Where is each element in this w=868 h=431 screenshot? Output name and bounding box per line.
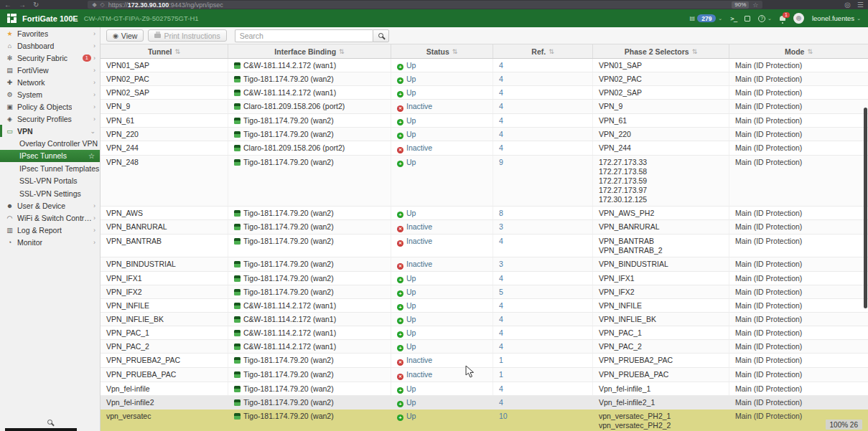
ref-count-link[interactable]: 5: [499, 288, 503, 296]
table-row[interactable]: VPN_BINDUSTRIALTigo-181.174.79.20 (wan2)…: [101, 257, 868, 272]
sidebar-item-monitor[interactable]: ◔Monitor›: [0, 237, 100, 249]
ref-count-link[interactable]: 4: [499, 274, 503, 283]
table-row[interactable]: VPN_INFILEC&W-181.114.2.172 (wan1)+Up4VP…: [101, 299, 868, 313]
sort-icon[interactable]: ⇅: [807, 48, 813, 55]
browser-url-bar[interactable]: ◆ ◇ https://172.30.90.100:9443/ng/vpn/ip…: [88, 1, 762, 9]
column-header-mode[interactable]: Mode⇅: [729, 44, 868, 58]
table-row[interactable]: VPN_IFX1Tigo-181.174.79.20 (wan2)+Up4VPN…: [101, 272, 868, 285]
table-row[interactable]: VPN_248Tigo-181.174.79.20 (wan2)+Up9172.…: [101, 156, 868, 207]
search-input[interactable]: [235, 29, 373, 42]
table-row[interactable]: VPN_PRUEBA2_PACTigo-181.174.79.20 (wan2)…: [101, 354, 868, 368]
sidebar-item-network[interactable]: ✚Network›: [0, 76, 100, 88]
table-row[interactable]: vpn_versatecTigo-181.174.79.20 (wan2)+Up…: [101, 409, 868, 431]
ref-count-link[interactable]: 4: [499, 102, 503, 110]
ref-count-link[interactable]: 1: [499, 356, 503, 364]
browser-reload-icon[interactable]: ↻: [33, 0, 39, 9]
table-row[interactable]: VPN_BANRURALTigo-181.174.79.20 (wan2)✕In…: [101, 220, 868, 235]
column-header-status[interactable]: Status⇅: [391, 44, 493, 58]
sidebar-item-ipsec-tunnels[interactable]: IPsec Tunnels☆: [0, 150, 100, 163]
sidebar-item-wifi-switch-controller[interactable]: ◠WiFi & Switch Controller›: [0, 212, 100, 224]
browser-back-icon[interactable]: ←: [4, 0, 11, 9]
sidebar-item-ipsec-tunnel-templates[interactable]: IPsec Tunnel Templates: [0, 162, 100, 175]
print-instructions-button[interactable]: Print Instructions: [148, 29, 226, 42]
table-row[interactable]: Vpn_fel-infile2Tigo-181.174.79.20 (wan2)…: [101, 396, 868, 409]
ref-count-link[interactable]: 4: [499, 398, 503, 407]
bookmark-star-icon[interactable]: ☆: [752, 1, 758, 9]
ref-count-link[interactable]: 4: [499, 75, 503, 83]
table-row[interactable]: VPN_9Claro-181.209.158.206 (port2)✕Inact…: [101, 100, 868, 114]
sort-icon[interactable]: ⇅: [549, 48, 554, 55]
column-header-ref-[interactable]: Ref.⇅: [493, 44, 593, 58]
sort-icon[interactable]: ⇅: [175, 48, 181, 55]
browser-account-icon[interactable]: ◎: [844, 1, 851, 9]
browser-forward-icon[interactable]: →: [19, 0, 26, 9]
table-row[interactable]: Vpn_fel-infileTigo-181.174.79.20 (wan2)+…: [101, 382, 868, 396]
ref-count-link[interactable]: 4: [499, 116, 503, 125]
column-header-interface-binding[interactable]: Interface Binding⇅: [228, 44, 391, 58]
ref-count-link[interactable]: 9: [499, 158, 503, 166]
table-row[interactable]: VPN_IFX2Tigo-181.174.79.20 (wan2)+Up5VPN…: [101, 285, 868, 299]
table-row[interactable]: VPN_INFLIE_BKC&W-181.114.2.172 (wan1)+Up…: [101, 313, 868, 326]
sidebar-item-security-profiles[interactable]: ◈Security Profiles›: [0, 113, 100, 125]
notifications-button[interactable]: 1: [780, 15, 785, 22]
table-row[interactable]: VPN_244Claro-181.209.158.206 (port2)✕Ina…: [101, 141, 868, 156]
avatar[interactable]: ☻: [793, 13, 804, 24]
sidebar-item-ssl-vpn-portals[interactable]: SSL-VPN Portals: [0, 175, 100, 188]
sidebar-item-fortiview[interactable]: ▤FortiView›: [0, 64, 100, 76]
table-row[interactable]: VPN01_SAPC&W-181.114.2.172 (wan1)+Up4VPN…: [101, 59, 868, 72]
table-row[interactable]: VPN_61Tigo-181.174.79.20 (wan2)+Up4VPN_6…: [101, 114, 868, 128]
sidebar-item-favorites[interactable]: ★Favorites›: [0, 27, 100, 39]
fullscreen-icon[interactable]: [745, 16, 750, 22]
favorite-star-icon[interactable]: ☆: [88, 152, 95, 160]
sidebar-item-log-report[interactable]: ▥Log & Report›: [0, 224, 100, 237]
cli-console-icon[interactable]: >_: [730, 15, 737, 22]
table-row[interactable]: VPN_PAC_1C&W-181.114.2.172 (wan1)+Up4VPN…: [101, 326, 868, 340]
column-header-phase-2-selectors[interactable]: Phase 2 Selectors⇅: [593, 44, 729, 58]
sort-icon[interactable]: ⇅: [339, 48, 345, 55]
sort-icon[interactable]: ⇅: [452, 48, 458, 55]
ref-count-link[interactable]: 3: [499, 260, 503, 268]
search-button[interactable]: [373, 29, 389, 42]
ref-count-link[interactable]: 10: [499, 412, 508, 420]
table-row[interactable]: VPN_PAC_2C&W-181.114.2.172 (wan1)+Up4VPN…: [101, 340, 868, 354]
interfaces-status-button[interactable]: ▤ 279 ⌄: [690, 14, 723, 22]
browser-zoom-badge[interactable]: 90%: [732, 1, 749, 9]
column-label: Phase 2 Selectors: [625, 47, 689, 56]
table-row[interactable]: VPN_AWSTigo-181.174.79.20 (wan2)+Up8VPN_…: [101, 207, 868, 220]
ref-count-link[interactable]: 4: [499, 61, 503, 70]
table-row[interactable]: VPN_220Tigo-181.174.79.20 (wan2)+Up4VPN_…: [101, 128, 868, 141]
ref-count-link[interactable]: 4: [499, 315, 503, 323]
sidebar-item-ssl-vpn-settings[interactable]: SSL-VPN Settings: [0, 187, 100, 200]
sidebar-search-button[interactable]: [0, 420, 100, 425]
mode-cell: Main (ID Protection): [729, 382, 868, 395]
ref-count-link[interactable]: 8: [499, 209, 503, 217]
table-row[interactable]: VPN02_PACTigo-181.174.79.20 (wan2)+Up4VP…: [101, 72, 868, 86]
column-header-tunnel[interactable]: Tunnel⇅: [101, 44, 228, 58]
ref-count-link[interactable]: 1: [499, 370, 503, 379]
sidebar-item-vpn[interactable]: ▭VPN⌄: [0, 125, 100, 137]
sidebar-item-user-device[interactable]: ☻User & Device›: [0, 200, 100, 212]
table-row[interactable]: VPN02_SAPC&W-181.114.2.172 (wan1)+Up4VPN…: [101, 86, 868, 100]
ref-count-link[interactable]: 4: [499, 384, 503, 393]
ref-count-link[interactable]: 4: [499, 130, 503, 138]
sidebar-item-policy-objects[interactable]: ▣Policy & Objects›: [0, 100, 100, 113]
ref-count-link[interactable]: 4: [499, 342, 503, 351]
ref-count-link[interactable]: 4: [499, 328, 503, 337]
sidebar-item-dashboard[interactable]: ⌂Dashboard›: [0, 39, 100, 52]
ref-count-link[interactable]: 3: [499, 222, 503, 231]
sidebar-item-security-fabric[interactable]: ✻Security Fabric1›: [0, 52, 100, 64]
table-row[interactable]: VPN_PRUEBA_PACTigo-181.174.79.20 (wan2)✕…: [101, 368, 868, 382]
sort-icon[interactable]: ⇅: [692, 48, 698, 55]
sidebar-item-overlay-controller-vpn[interactable]: Overlay Controller VPN: [0, 137, 100, 150]
view-button[interactable]: ◉ View: [106, 29, 144, 42]
help-button[interactable]: ? ⌄: [758, 15, 772, 22]
ref-count-link[interactable]: 4: [499, 237, 503, 245]
ref-count-link[interactable]: 4: [499, 301, 503, 310]
sidebar-item-system[interactable]: ⚙System›: [0, 88, 100, 100]
vertical-scrollbar[interactable]: [864, 108, 867, 308]
ref-count-link[interactable]: 4: [499, 143, 503, 152]
ref-count-link[interactable]: 4: [499, 88, 503, 97]
browser-menu-icon[interactable]: ☰: [857, 1, 864, 9]
table-row[interactable]: VPN_BANTRABTigo-181.174.79.20 (wan2)✕Ina…: [101, 235, 868, 257]
user-menu[interactable]: leonel.fuentes ⌄: [812, 14, 861, 22]
